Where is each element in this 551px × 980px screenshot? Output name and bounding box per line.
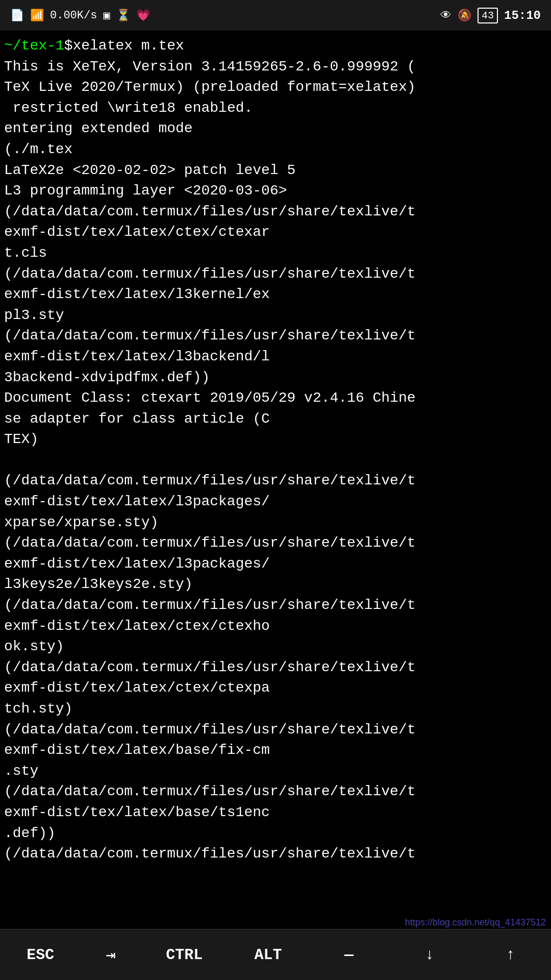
up-button[interactable]: ↑	[485, 941, 536, 969]
health-icon: 💗	[136, 9, 150, 22]
prompt-command: xelatex m.tex	[72, 36, 184, 57]
down-button[interactable]: ↓	[404, 941, 455, 969]
time-display: 15:10	[504, 9, 541, 22]
screen-icon: ▣	[103, 9, 110, 22]
battery-level: 43	[482, 10, 494, 21]
timer-icon: ⏳	[116, 9, 130, 22]
prompt-directory: ~/tex-1	[4, 36, 64, 57]
watermark: https://blog.csdn.net/qq_41437512	[405, 917, 546, 928]
alt-button[interactable]: ALT	[243, 941, 294, 969]
prompt-line: ~/tex-1 $ xelatex m.tex	[4, 36, 547, 57]
wifi-icon: 📶	[30, 9, 44, 22]
eye-icon: 👁	[440, 9, 452, 22]
file-icon: 📄	[10, 9, 24, 22]
bell-muted-icon: 🔕	[458, 9, 471, 22]
terminal-text-output: This is XeTeX, Version 3.14159265-2.6-0.…	[4, 57, 547, 865]
ctrl-button[interactable]: CTRL	[156, 941, 213, 969]
terminal-output[interactable]: ~/tex-1 $ xelatex m.tex This is XeTeX, V…	[0, 31, 551, 929]
bottom-toolbar: ESC ⇥ CTRL ALT — ↓ ↑	[0, 929, 551, 980]
esc-button[interactable]: ESC	[15, 941, 66, 969]
status-right: 👁 🔕 43 15:10	[440, 8, 541, 23]
status-bar: 📄 📶 0.00K/s ▣ ⏳ 💗 👁 🔕 43 15:10	[0, 0, 551, 31]
prompt-symbol: $	[64, 36, 73, 57]
dash-button[interactable]: —	[323, 941, 374, 969]
status-left: 📄 📶 0.00K/s ▣ ⏳ 💗	[10, 9, 150, 22]
battery-indicator: 43	[478, 8, 498, 23]
speed-label: 0.00K/s	[50, 9, 97, 22]
tab-button[interactable]: ⇥	[96, 940, 126, 970]
